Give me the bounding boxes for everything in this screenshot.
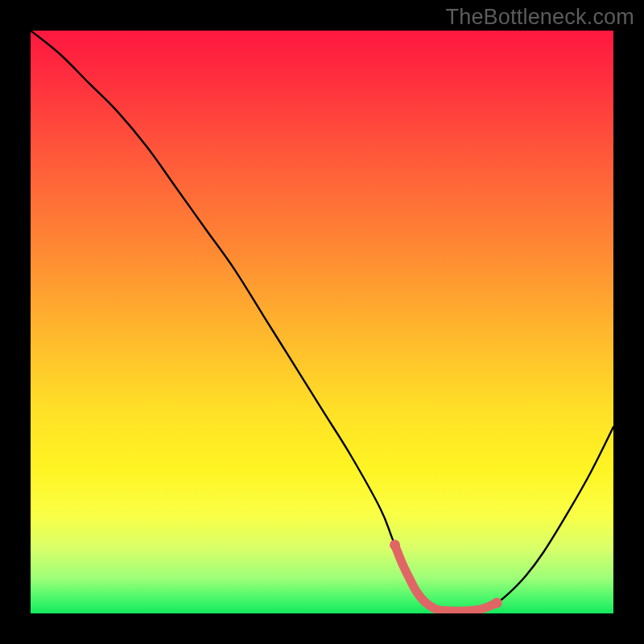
curve-layer <box>31 31 613 613</box>
bottleneck-curve <box>31 31 613 611</box>
plot-area <box>31 31 613 613</box>
highlight-end-dot <box>492 597 502 608</box>
watermark-text: TheBottleneck.com <box>445 5 634 30</box>
highlight-start-dot <box>390 539 400 550</box>
chart-frame: TheBottleneck.com <box>0 0 644 644</box>
optimal-range-highlight <box>395 545 497 611</box>
